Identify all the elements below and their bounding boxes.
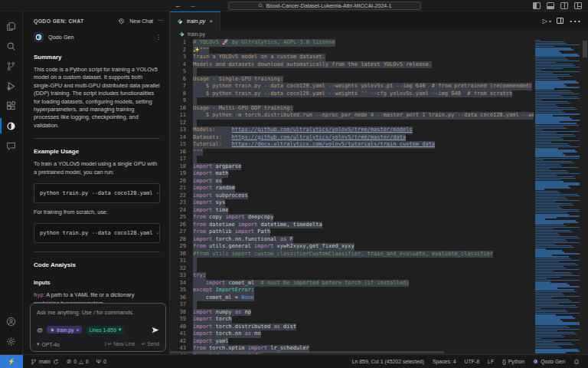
lines-range-chip[interactable]: Lines 1-859 ▾ <box>86 326 124 334</box>
code-line[interactable]: 27from pathlib import Path <box>170 228 534 236</box>
panel-more-icon[interactable]: ⋯ <box>158 18 163 24</box>
settings-gear-icon[interactable] <box>0 331 23 351</box>
code-line[interactable]: 28import torch.nn.functional as F <box>170 236 534 244</box>
code-line[interactable]: 8 $ python train.py --data coco128.yaml … <box>170 90 534 98</box>
code-line[interactable]: 37 <box>170 301 534 309</box>
code-line[interactable]: 6Usage - Single-GPU training: <box>170 76 534 84</box>
breadcrumb-item[interactable]: train.py <box>188 31 205 37</box>
notifications-bell-icon[interactable] <box>573 359 580 365</box>
code-line[interactable]: 10Usage - Multi-GPU DDP training: <box>170 105 534 113</box>
code-line[interactable]: 24import time <box>170 207 534 215</box>
code-line[interactable]: 29from utils.general import xywh2xyxy,ge… <box>170 243 534 251</box>
code-line[interactable]: 12 <box>170 120 534 127</box>
code-line[interactable]: 2✨""" <box>170 47 534 54</box>
split-editor-icon[interactable] <box>557 18 564 24</box>
extensions-icon[interactable] <box>0 96 23 116</box>
code-line[interactable]: 38import numpy as np <box>170 309 534 317</box>
run-icon: ▷ <box>543 18 547 25</box>
code-line[interactable]: 17 <box>170 156 534 163</box>
chat-input-placeholder[interactable]: Ask me anything. Use / for commands. <box>37 309 159 316</box>
encoding-status[interactable]: UTF-8 <box>465 359 480 364</box>
code-line[interactable]: 35except ImportError: <box>170 287 534 294</box>
code-line[interactable]: 20import os <box>170 178 534 186</box>
code-line[interactable]: 15Tutorial: https://docs.ultralytics.com… <box>170 141 534 149</box>
send-icon[interactable] <box>152 323 159 337</box>
context-file-chip[interactable]: train.py × <box>47 326 82 334</box>
code-line[interactable]: 23import sys <box>170 199 534 207</box>
nav-forward-icon[interactable]: → <box>189 0 196 12</box>
cursor-position[interactable]: Ln 859, Col 1 (45202 selected) <box>352 359 424 364</box>
code-line[interactable]: 21import random <box>170 185 534 192</box>
code-line[interactable]: 22import subprocess <box>170 192 534 200</box>
run-python-file-button[interactable]: ▷ ▾ <box>543 18 551 25</box>
chat-input-box[interactable]: Ask me anything. Use / for commands. @ t… <box>30 303 166 352</box>
vertical-scrollbar[interactable] <box>582 38 588 354</box>
code-line[interactable]: 30#from utils import custom_classifierCu… <box>170 251 534 258</box>
code-line[interactable]: 40import torch.distributed as dist <box>170 324 534 331</box>
code-line[interactable]: 14Datasets: https://github.com/ultralyti… <box>170 134 534 142</box>
code-line[interactable]: 5 <box>170 68 534 76</box>
horizontal-scrollbar-thumb[interactable] <box>170 351 444 353</box>
toggle-secondary-sidebar-icon[interactable] <box>560 2 568 9</box>
code-snippet-pretrained[interactable]: python train.py --data coco128.yaml - <box>34 183 160 203</box>
line-number: 24 <box>170 207 193 215</box>
model-selector[interactable]: ▾ GPT-4o <box>37 341 60 347</box>
code-line[interactable]: 39import torch <box>170 316 534 324</box>
chat-view-icon[interactable] <box>0 136 23 156</box>
code-line[interactable]: 41import torch.nn as nn <box>170 330 534 338</box>
code-line[interactable]: 16""" <box>170 149 534 156</box>
git-branch-status[interactable]: main <box>31 359 59 365</box>
source-control-icon[interactable] <box>0 56 23 76</box>
toggle-panel-icon[interactable] <box>547 2 554 9</box>
code-line[interactable]: 11 $ python -m torch.distributed.run --n… <box>170 112 534 120</box>
run-dropdown-icon[interactable]: ▾ <box>549 18 551 24</box>
run-debug-icon[interactable] <box>0 76 23 96</box>
breadcrumb[interactable]: train.py <box>170 30 588 38</box>
search-view-icon[interactable] <box>0 36 23 56</box>
customize-layout-icon[interactable] <box>574 2 582 9</box>
code-line[interactable]: 36 comet_ml = None <box>170 294 534 302</box>
code-line[interactable]: 4Models and datasets download automatica… <box>170 61 534 69</box>
qodo-gen-view-icon[interactable] <box>0 116 23 136</box>
vertical-scrollbar-thumb[interactable] <box>583 41 587 58</box>
code-line[interactable]: 42import yaml <box>170 338 534 346</box>
code-snippet-scratch[interactable]: python train.py --data coco128.yaml - <box>34 223 160 243</box>
code-line[interactable]: 25from copy import deepcopy <box>170 214 534 222</box>
code-line[interactable]: 9 <box>170 97 534 105</box>
tab-label: train.py <box>187 18 205 25</box>
chip-close-icon[interactable]: × <box>76 327 79 333</box>
code-line[interactable]: 34 import comet_ml # must be imported be… <box>170 280 534 288</box>
eol-status[interactable]: LF <box>488 359 494 364</box>
history-icon[interactable] <box>118 18 125 25</box>
minimap[interactable] <box>534 40 582 354</box>
language-mode[interactable]: {}Python <box>502 359 524 364</box>
problems-status[interactable]: ⊘0 △0 <box>67 358 89 365</box>
editor-more-icon[interactable]: ⋯ <box>569 14 581 28</box>
indentation-status[interactable]: Spaces: 4 <box>433 359 456 364</box>
code-line[interactable]: 33try: <box>170 272 534 280</box>
chip-dropdown-icon[interactable]: ▾ <box>119 327 121 333</box>
code-line[interactable]: 1# YOLOv5 🚀 by Ultralytics, AGPL-3.0 lic… <box>170 39 534 47</box>
tab-train-py[interactable]: train.py × <box>170 12 220 30</box>
code-line[interactable]: 7 $ python train.py --data coco128.yaml … <box>170 83 534 90</box>
code-line[interactable]: 3Train a YOLOv5 model on a custom datase… <box>170 54 534 61</box>
code-line[interactable]: 19import math <box>170 170 534 178</box>
remote-indicator[interactable]: ⚡ <box>0 355 23 368</box>
toggle-sidebar-icon[interactable] <box>533 2 541 9</box>
code-line[interactable]: 31 <box>170 258 534 265</box>
mention-icon[interactable]: @ <box>37 327 43 334</box>
code-editor[interactable]: 1# YOLOv5 🚀 by Ultralytics, AGPL-3.0 lic… <box>170 38 588 354</box>
command-center-search[interactable]: Blood-Cancer-Dataset-Lukemia-Attri-MICCA… <box>228 2 421 10</box>
agent-menu-icon[interactable]: ⋮ <box>155 34 162 41</box>
code-line[interactable]: 18import argparse <box>170 163 534 171</box>
new-chat-button[interactable]: New Chat <box>129 18 153 24</box>
code-line[interactable]: 13Models: https://github.com/ultralytics… <box>170 127 534 134</box>
code-line[interactable]: 26from datetime import datetime, timedel… <box>170 222 534 229</box>
tab-close-icon[interactable]: × <box>209 18 213 25</box>
explorer-icon[interactable] <box>0 16 23 36</box>
qodo-status[interactable]: Qodo Gen <box>533 359 565 364</box>
code-line[interactable]: 32 <box>170 265 534 273</box>
account-icon[interactable] <box>0 311 23 331</box>
ports-status[interactable]: Ψ0 <box>96 358 106 365</box>
nav-back-icon[interactable]: ← <box>175 0 181 12</box>
